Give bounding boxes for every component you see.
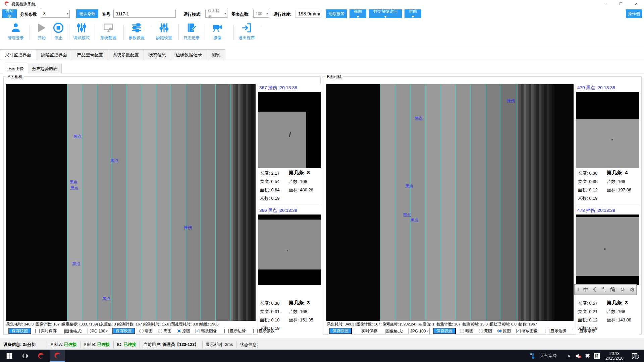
- original-image-radio[interactable]: 原图: [177, 328, 190, 334]
- tray-chevron-icon[interactable]: ∧: [565, 350, 573, 362]
- ime-toolbar[interactable]: ‖ 中 ☾ °, 简 ☺ ⚙: [574, 284, 637, 295]
- defect-thumbnail[interactable]: [258, 215, 321, 285]
- ime-punctuation-icon[interactable]: °,: [602, 286, 606, 293]
- running-app-button[interactable]: [50, 350, 65, 362]
- volume-muted-icon[interactable]: [574, 350, 583, 362]
- defect-settings-button[interactable]: 缺陷设置: [151, 22, 177, 44]
- ime-simplified[interactable]: 简: [610, 286, 616, 294]
- dark-image-radio[interactable]: 暗图: [460, 328, 473, 334]
- log-record-button[interactable]: 日志记录: [178, 22, 205, 44]
- drive-side-button[interactable]: 传动侧: [2, 9, 17, 18]
- ime-settings-icon[interactable]: ⚙: [630, 286, 635, 293]
- tab-test[interactable]: 测试: [207, 49, 225, 60]
- defect-card[interactable]: 366 黑点 |20:13:38 长度: 0.38 第几条: 3 宽度: 0.3…: [258, 207, 321, 335]
- stop-button[interactable]: 停止: [49, 22, 68, 44]
- app-logo-icon: [54, 352, 61, 359]
- start-button[interactable]: [2, 350, 17, 362]
- defect-thumbnail[interactable]: [258, 92, 321, 168]
- drag-handle-icon[interactable]: ‖: [577, 287, 579, 292]
- save-settings-button[interactable]: 保存设置: [112, 328, 135, 334]
- defect-thumbnail[interactable]: [576, 92, 639, 168]
- data-quick-access-menu-button[interactable]: 数据快捷访问 ▼: [369, 9, 402, 18]
- show-edge-checkbox[interactable]: 显示边缘: [545, 328, 567, 334]
- pinned-app-button[interactable]: [34, 350, 48, 362]
- maximize-button[interactable]: □: [613, 0, 629, 7]
- action-center-button[interactable]: 6: [628, 350, 641, 362]
- camera-a-image[interactable]: 黑点黑点黑点黑点挫伤黑点黑点: [6, 84, 256, 321]
- debug-mode-button[interactable]: 调试模式: [68, 22, 95, 44]
- original-image-radio[interactable]: 原图: [497, 328, 511, 334]
- strip-count-select[interactable]: 8▾: [41, 10, 70, 18]
- chart-points-select[interactable]: 100▾: [253, 10, 269, 18]
- radio-icon: [139, 329, 144, 333]
- subtab-front-image[interactable]: 正面图像: [3, 64, 28, 73]
- system-config-button[interactable]: 系统配置: [95, 22, 121, 44]
- dark-image-radio[interactable]: 暗图: [139, 328, 153, 334]
- save-snapshot-button[interactable]: 保存快照: [8, 328, 31, 334]
- defect-card[interactable]: 367 挫伤 |20:13:38 长度: 2.17 第几条: 8 宽度: 0.5…: [258, 84, 321, 206]
- ime-emoji-icon[interactable]: ☺: [620, 286, 626, 293]
- zoom-image-checkbox[interactable]: 缩放图像: [516, 328, 538, 334]
- show-strips-checkbox[interactable]: 显示条数: [574, 328, 595, 334]
- defect-thumbnail[interactable]: [576, 215, 639, 285]
- capture-button[interactable]: 摄像: [208, 22, 227, 44]
- view-menu-button[interactable]: 视图 ▼: [350, 9, 366, 18]
- strip-column: [141, 84, 156, 321]
- defect-card[interactable]: 478 挫伤 |20:13:38 长度: 0.57 第几条: 3 宽度: 0.2…: [576, 207, 639, 335]
- run-mode-select[interactable]: 双面检测▾: [205, 10, 227, 18]
- clock[interactable]: 20:13 2025/2/10: [602, 350, 627, 362]
- ime-mode-chinese[interactable]: 中: [583, 286, 589, 294]
- param-settings-button[interactable]: 参数设置: [123, 22, 150, 44]
- clear-alarm-button[interactable]: 清除报警: [326, 9, 347, 18]
- language-indicator[interactable]: 英: [584, 350, 592, 362]
- tab-defect-monitor[interactable]: 缺陷监控界面: [36, 49, 72, 60]
- ime-fullwidth-icon[interactable]: ☾: [593, 286, 598, 293]
- camera-defect-label: 黑点: [70, 185, 78, 191]
- operator-side-button[interactable]: 操作侧: [626, 9, 642, 18]
- camera-defect-label: 黑点: [102, 296, 110, 302]
- thumb-defect-mark: [604, 248, 606, 250]
- image-format-select[interactable]: JPG 100∨: [88, 328, 109, 334]
- zoom-image-checkbox[interactable]: 缩放图像: [196, 328, 217, 334]
- save-settings-button[interactable]: 保存设置: [433, 328, 456, 334]
- tab-system-params[interactable]: 系统参数配置: [108, 49, 144, 60]
- realtime-save-checkbox[interactable]: 实时保存: [356, 328, 377, 334]
- divider: [576, 206, 639, 206]
- strip-separator-line: [425, 84, 426, 321]
- minimize-button[interactable]: –: [598, 0, 613, 7]
- tab-edge-data[interactable]: 边缘数据记录: [171, 49, 207, 60]
- checkbox-icon: [574, 329, 578, 333]
- thumb-gray-region: [258, 220, 321, 269]
- defect-fields: 长度: 0.38 第几条: 4 宽度: 0.35 片数: 168 面积: 0.1…: [576, 168, 639, 204]
- defect-fields: 长度: 2.17 第几条: 8 宽度: 0.54 片数: 168 面积: 0.6…: [258, 168, 321, 204]
- confirm-count-button[interactable]: 确认条数: [76, 9, 98, 18]
- bright-image-radio[interactable]: 亮图: [158, 328, 171, 334]
- camera-b-image[interactable]: 挫伤黑点黑点黑点黑点: [326, 84, 574, 321]
- admin-login-button[interactable]: 管理登录: [3, 22, 29, 44]
- ime-indicator[interactable]: 拼: [592, 350, 601, 362]
- image-format-select[interactable]: JPG 100∨: [408, 328, 430, 334]
- roll-number-input[interactable]: [113, 10, 176, 18]
- task-view-button[interactable]: [17, 350, 32, 362]
- exit-program-button[interactable]: 退出程序: [233, 22, 260, 44]
- tab-size-monitor[interactable]: 尺寸监控界面: [0, 49, 36, 60]
- weather-icon[interactable]: [528, 350, 538, 362]
- chart-points-label: 图表点数:: [231, 12, 250, 17]
- close-button[interactable]: ×: [629, 0, 644, 7]
- camera-defect-label: 挫伤: [507, 98, 515, 104]
- strip-separator-line: [516, 84, 516, 321]
- show-strips-checkbox[interactable]: 显示条数: [253, 328, 275, 334]
- tab-status-info[interactable]: 状态信息: [144, 49, 171, 60]
- save-snapshot-button[interactable]: 保存快照: [329, 328, 352, 334]
- show-edge-checkbox[interactable]: 显示边缘: [224, 328, 246, 334]
- weather-text[interactable]: 天气寒冷: [538, 350, 559, 362]
- help-menu-button[interactable]: 帮助 ▼: [405, 9, 421, 18]
- defect-card[interactable]: 479 黑点 |20:13:38 长度: 0.38 第几条: 4 宽度: 0.3…: [576, 84, 639, 206]
- strip-column: [215, 84, 230, 321]
- realtime-save-checkbox[interactable]: 实时保存: [35, 328, 57, 334]
- tab-product-model[interactable]: 产品型号配置: [72, 49, 108, 60]
- checkbox-icon: [516, 329, 521, 333]
- subtab-trend-chart[interactable]: 分布趋势图表: [28, 64, 62, 73]
- camera-b-group: B面相机 挫伤黑点黑点黑点黑点 479 黑点 |20:13:38 长度: 0.3…: [323, 76, 642, 335]
- bright-image-radio[interactable]: 亮图: [479, 328, 492, 334]
